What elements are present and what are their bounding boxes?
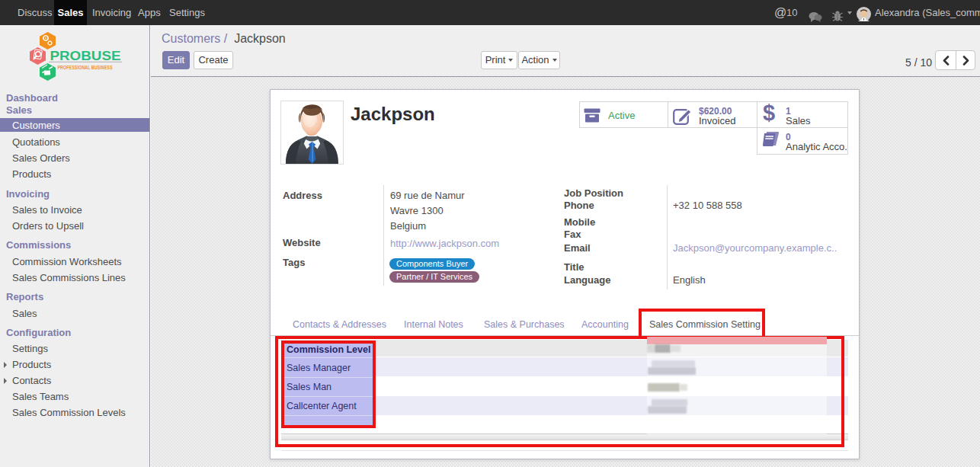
svg-text:PROFESSIONAL BUSINESS: PROFESSIONAL BUSINESS [58,64,113,71]
svg-text:PROBUSE: PROBUSE [50,49,121,62]
